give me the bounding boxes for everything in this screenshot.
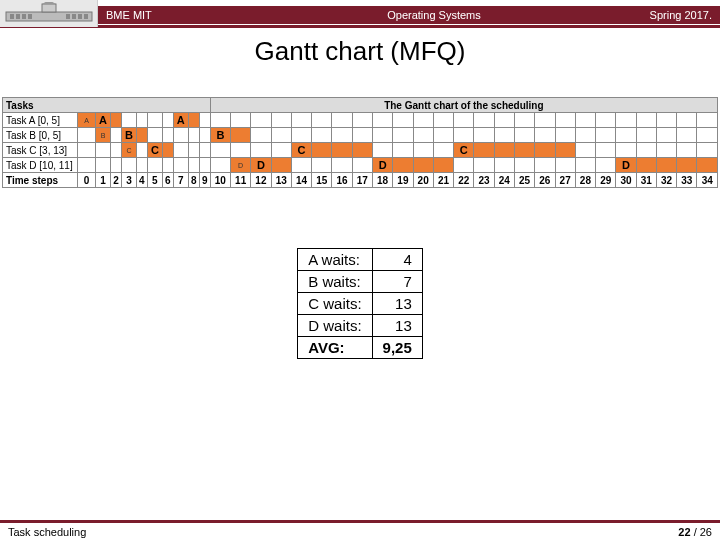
building-icon <box>4 2 94 24</box>
svg-rect-3 <box>10 14 14 19</box>
svg-rect-9 <box>78 14 82 19</box>
gantt-row-a: Task A [0, 5] A A A <box>3 113 718 128</box>
gantt-header-right: The Gantt chart of the scheduling <box>210 98 717 113</box>
wait-row: B waits:7 <box>298 271 423 293</box>
svg-rect-8 <box>72 14 76 19</box>
svg-rect-7 <box>66 14 70 19</box>
gantt-header-left: Tasks <box>3 98 211 113</box>
svg-rect-5 <box>22 14 26 19</box>
wait-row: A waits:4 <box>298 249 423 271</box>
task-a-label: Task A [0, 5] <box>3 113 78 128</box>
gantt-chart: Tasks The Gantt chart of the scheduling … <box>2 97 718 188</box>
university-logo <box>0 0 98 27</box>
footer-page: 22 / 26 <box>678 526 712 538</box>
svg-rect-4 <box>16 14 20 19</box>
gantt-time-row: Time steps 01234567891011121314151617181… <box>3 173 718 188</box>
task-b-label: Task B [0, 5] <box>3 128 78 143</box>
wait-avg-row: AVG:9,25 <box>298 337 423 359</box>
footer-bar: Task scheduling 22 / 26 <box>0 520 720 540</box>
gantt-row-d: Task D [10, 11] D D D D <box>3 158 718 173</box>
task-d-label: Task D [10, 11] <box>3 158 78 173</box>
header-bar: BME MIT Operating Systems Spring 2017. <box>0 0 720 28</box>
svg-marker-2 <box>42 2 56 4</box>
svg-rect-10 <box>84 14 88 19</box>
task-c-label: Task C [3, 13] <box>3 143 78 158</box>
svg-rect-6 <box>28 14 32 19</box>
header-mid: Operating Systems <box>278 6 590 24</box>
gantt-row-c: Task C [3, 13] C C C C <box>3 143 718 158</box>
page-title: Gantt chart (MFQ) <box>0 36 720 67</box>
gantt-row-b: Task B [0, 5] B B B <box>3 128 718 143</box>
wait-row: C waits:13 <box>298 293 423 315</box>
time-label: Time steps <box>3 173 78 188</box>
header-right: Spring 2017. <box>590 6 720 24</box>
wait-row: D waits:13 <box>298 315 423 337</box>
header-left: BME MIT <box>98 6 278 24</box>
svg-rect-1 <box>42 4 56 12</box>
footer-left: Task scheduling <box>8 526 86 538</box>
wait-table: A waits:4 B waits:7 C waits:13 D waits:1… <box>297 248 423 359</box>
